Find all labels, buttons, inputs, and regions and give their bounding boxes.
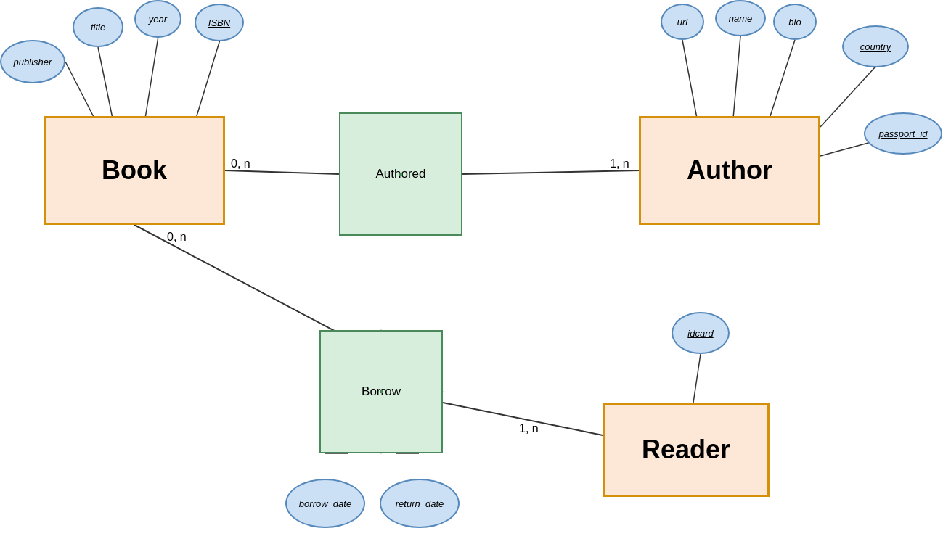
connections-svg — [0, 0, 951, 560]
attr-name: name — [715, 0, 766, 36]
attr-year: year — [134, 0, 181, 38]
entity-author-label: Author — [687, 155, 772, 186]
entity-book-label: Book — [102, 155, 167, 186]
svg-line-13 — [693, 354, 701, 403]
attr-isbn: ISBN — [195, 4, 244, 41]
svg-line-4 — [65, 62, 94, 118]
svg-line-6 — [145, 36, 158, 118]
attr-url: url — [661, 4, 704, 40]
svg-line-8 — [682, 40, 697, 118]
svg-line-10 — [770, 40, 795, 118]
relationship-borrow-label: Borrow — [362, 384, 401, 399]
attr-return-date: return_date — [380, 479, 460, 528]
svg-line-0 — [225, 170, 339, 174]
attr-title: title — [73, 7, 123, 47]
cardinality-reader-borrow: 1, n — [519, 422, 539, 435]
svg-line-1 — [462, 170, 639, 174]
attr-country: country — [842, 25, 909, 67]
relationship-authored: Authored — [339, 112, 462, 236]
cardinality-author-authored: 1, n — [610, 157, 629, 170]
attr-idcard: idcard — [672, 312, 730, 354]
er-diagram: Book Author Reader Authored Borrow publi… — [0, 0, 951, 560]
cardinality-book-borrow: 0, n — [167, 231, 187, 244]
cardinality-book-authored: 0, n — [231, 157, 250, 170]
attr-bio: bio — [773, 4, 817, 40]
svg-line-11 — [820, 67, 875, 127]
svg-line-5 — [98, 47, 113, 118]
entity-author: Author — [639, 116, 820, 225]
entity-reader-label: Reader — [642, 435, 730, 465]
relationship-authored-label: Authored — [376, 167, 426, 181]
attr-publisher: publisher — [0, 40, 65, 83]
attr-borrow-date: borrow_date — [285, 479, 365, 528]
attr-passport-id: passport_id — [864, 112, 942, 155]
entity-reader: Reader — [603, 403, 770, 497]
svg-line-7 — [196, 40, 220, 118]
relationship-borrow: Borrow — [319, 330, 443, 453]
svg-line-9 — [733, 36, 740, 118]
entity-book: Book — [44, 116, 225, 225]
